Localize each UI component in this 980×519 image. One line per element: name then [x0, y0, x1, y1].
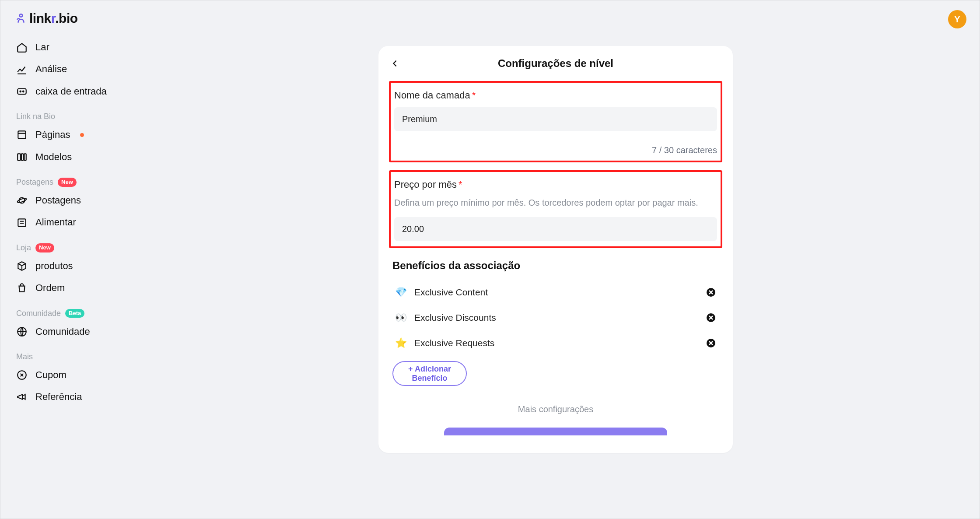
benefit-row: 👀 Exclusive Discounts — [389, 305, 722, 330]
benefit-row: ⭐ Exclusive Requests — [389, 330, 722, 356]
group-label: Postagens — [16, 178, 53, 187]
nav-label: caixa de entrada — [35, 86, 107, 97]
svg-rect-4 — [18, 131, 25, 139]
remove-benefit-button[interactable] — [706, 312, 716, 323]
badge-beta: Beta — [65, 309, 84, 318]
primary-action-button[interactable] — [444, 428, 667, 435]
nav-label: Ordem — [35, 282, 65, 294]
benefit-emoji-star: ⭐ — [395, 337, 407, 349]
templates-icon — [16, 151, 28, 163]
planet-icon — [16, 195, 28, 206]
brand-text-2: r — [51, 11, 56, 25]
svg-point-2 — [20, 91, 21, 92]
group-label: Link na Bio — [16, 112, 55, 121]
box-icon — [16, 260, 28, 272]
required-marker: * — [458, 179, 462, 190]
nav-label: Cupom — [35, 369, 66, 381]
brand-text-1: link — [29, 11, 51, 25]
brand-icon — [15, 13, 27, 24]
nav-label: Postagens — [35, 195, 81, 206]
benefits-title: Benefícios da associação — [389, 260, 722, 272]
nav-feed[interactable]: Alimentar — [8, 211, 124, 233]
coupon-icon — [16, 369, 28, 381]
nav-inbox[interactable]: caixa de entrada — [8, 81, 124, 102]
benefit-row: 💎 Exclusive Content — [389, 280, 722, 305]
svg-point-9 — [17, 197, 27, 203]
nav-label: Páginas — [35, 129, 70, 140]
pages-icon — [16, 129, 28, 140]
bag-icon — [16, 282, 28, 294]
price-label: Preço por mês* — [394, 179, 717, 190]
group-link-na-bio: Link na Bio — [8, 102, 124, 124]
nav-coupon[interactable]: Cupom — [8, 364, 124, 386]
notification-dot — [80, 133, 84, 137]
group-loja: Loja New — [8, 234, 124, 255]
group-comunidade: Comunidade Beta — [8, 299, 124, 321]
price-input[interactable] — [394, 217, 717, 241]
user-avatar[interactable]: Y — [948, 10, 966, 28]
required-marker: * — [472, 90, 476, 101]
benefit-label: Exclusive Discounts — [414, 312, 699, 323]
nav-label: Comunidade — [35, 326, 90, 337]
nav-home[interactable]: Lar — [8, 36, 124, 58]
svg-rect-7 — [24, 154, 26, 160]
home-icon — [16, 42, 28, 53]
tier-name-section: Nome da camada* 7 / 30 caracteres — [389, 81, 722, 162]
inbox-icon — [16, 86, 28, 97]
nav-products[interactable]: produtos — [8, 255, 124, 277]
back-button[interactable] — [389, 57, 401, 70]
more-settings-label: Mais configurações — [389, 404, 722, 414]
price-section: Preço por mês* Defina um preço mínimo po… — [389, 170, 722, 248]
svg-point-3 — [23, 91, 24, 92]
group-mais: Mais — [8, 343, 124, 364]
brand-logo[interactable]: linkr.bio — [15, 11, 124, 26]
tier-name-label: Nome da camada* — [394, 90, 717, 101]
price-hint: Defina um preço mínimo por mês. Os torce… — [394, 196, 717, 209]
benefit-label: Exclusive Requests — [414, 338, 699, 348]
remove-benefit-button[interactable] — [706, 287, 716, 298]
svg-point-0 — [20, 14, 23, 17]
nav-templates[interactable]: Modelos — [8, 146, 124, 168]
nav-pages[interactable]: Páginas — [8, 124, 124, 146]
feed-icon — [16, 217, 28, 228]
nav-label: Lar — [35, 42, 49, 53]
tier-settings-card: Configurações de nível Nome da camada* 7… — [378, 46, 733, 453]
svg-rect-5 — [18, 154, 21, 160]
nav-label: Modelos — [35, 151, 72, 163]
group-label: Mais — [16, 352, 33, 361]
svg-rect-6 — [21, 154, 23, 160]
avatar-initial: Y — [954, 14, 960, 25]
nav-community[interactable]: Comunidade — [8, 321, 124, 343]
sidebar: linkr.bio Lar Análise caixa de entrada L… — [0, 0, 132, 519]
nav-label: produtos — [35, 260, 73, 272]
nav-label: Referência — [35, 391, 82, 403]
badge-new: New — [35, 243, 54, 252]
benefit-label: Exclusive Content — [414, 287, 699, 298]
add-benefit-button[interactable]: + Adicionar Benefício — [392, 361, 467, 386]
megaphone-icon — [16, 391, 28, 403]
group-postagens: Postagens New — [8, 168, 124, 189]
brand-text-3: .bio — [55, 11, 77, 25]
benefit-emoji-eyes: 👀 — [395, 312, 407, 323]
nav-orders[interactable]: Ordem — [8, 277, 124, 299]
page-title: Configurações de nível — [498, 57, 613, 70]
nav-referral[interactable]: Referência — [8, 386, 124, 408]
nav-label: Análise — [35, 63, 67, 75]
benefit-emoji-diamond: 💎 — [395, 287, 407, 298]
app-root: linkr.bio Lar Análise caixa de entrada L… — [0, 0, 980, 519]
main-content: Y Configurações de nível Nome da camada*… — [132, 0, 980, 519]
tier-name-input[interactable] — [394, 107, 717, 131]
globe-icon — [16, 326, 28, 337]
nav-label: Alimentar — [35, 217, 76, 228]
svg-rect-1 — [18, 88, 26, 94]
nav-posts[interactable]: Postagens — [8, 189, 124, 211]
nav-analytics[interactable]: Análise — [8, 58, 124, 80]
badge-new: New — [58, 178, 77, 187]
group-label: Loja — [16, 243, 31, 252]
group-label: Comunidade — [16, 309, 61, 318]
card-header: Configurações de nível — [389, 55, 722, 81]
remove-benefit-button[interactable] — [706, 338, 716, 348]
tier-name-counter: 7 / 30 caracteres — [394, 145, 717, 155]
analytics-icon — [16, 64, 28, 75]
